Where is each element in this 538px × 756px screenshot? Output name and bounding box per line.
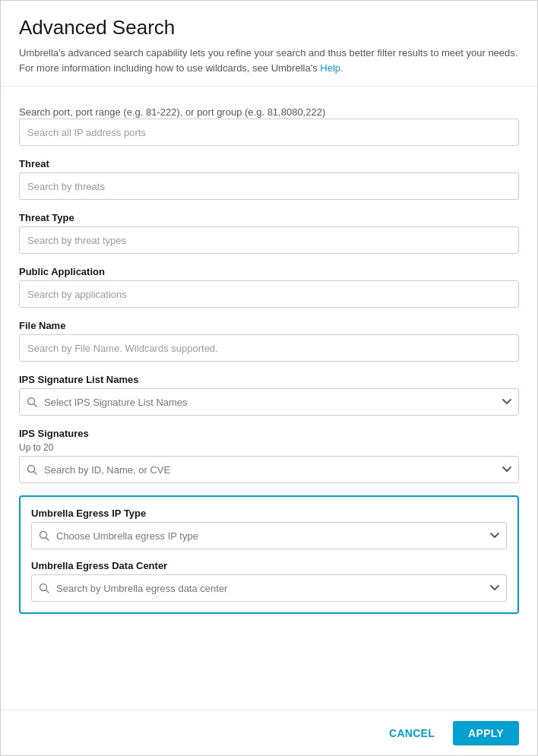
ips-sig-list-label: IPS Signature List Names (19, 374, 519, 385)
dialog-title: Advanced Search (19, 16, 519, 40)
dialog-subtitle: Umbrella's advanced search capability le… (19, 46, 519, 75)
dialog-body: Search port, port range (e.g. 81-222), o… (1, 87, 537, 710)
ips-sig-label: IPS Signatures (19, 428, 519, 439)
egress-dc-field-group: Umbrella Egress Data Center (31, 560, 507, 602)
egress-ip-type-field-group: Umbrella Egress IP Type (31, 508, 507, 549)
public-app-input[interactable] (19, 280, 519, 308)
apply-button[interactable]: APPLY (453, 721, 519, 745)
threat-field-group: Threat (19, 158, 519, 200)
cancel-button[interactable]: CANCEL (380, 721, 444, 745)
threat-type-label: Threat Type (19, 212, 519, 223)
ips-sig-list-field-group: IPS Signature List Names (19, 374, 519, 416)
ips-sig-field-group: IPS Signatures Up to 20 (19, 428, 519, 483)
advanced-search-dialog: Advanced Search Umbrella's advanced sear… (0, 0, 538, 756)
dialog-footer: CANCEL APPLY (1, 710, 537, 755)
egress-ip-type-select-wrapper (31, 522, 507, 549)
egress-dc-input[interactable] (31, 574, 507, 602)
file-name-label: File Name (19, 320, 519, 331)
threat-type-input[interactable] (19, 226, 519, 254)
help-link[interactable]: Help (320, 62, 340, 74)
egress-ip-type-input[interactable] (31, 522, 507, 549)
file-name-input[interactable] (19, 334, 519, 362)
threat-type-field-group: Threat Type (19, 212, 519, 254)
port-field-group: Search port, port range (e.g. 81-222), o… (19, 99, 519, 146)
egress-highlighted-section: Umbrella Egress IP Type (19, 495, 519, 614)
egress-ip-type-label: Umbrella Egress IP Type (31, 508, 507, 519)
file-name-field-group: File Name (19, 320, 519, 362)
egress-dc-select-wrapper (31, 574, 507, 602)
threat-label: Threat (19, 158, 519, 169)
public-app-field-group: Public Application (19, 266, 519, 308)
ips-sig-sublabel: Up to 20 (19, 442, 519, 453)
egress-dc-label: Umbrella Egress Data Center (31, 560, 507, 571)
port-input[interactable] (19, 119, 519, 146)
port-label: Search port, port range (e.g. 81-222), o… (19, 106, 325, 118)
ips-sig-list-select-wrapper (19, 388, 519, 416)
ips-sig-list-input[interactable] (19, 388, 519, 416)
dialog-header: Advanced Search Umbrella's advanced sear… (1, 1, 537, 87)
ips-sig-input[interactable] (19, 456, 519, 483)
ips-sig-select-wrapper (19, 456, 519, 483)
public-app-label: Public Application (19, 266, 519, 277)
threat-input[interactable] (19, 172, 519, 200)
